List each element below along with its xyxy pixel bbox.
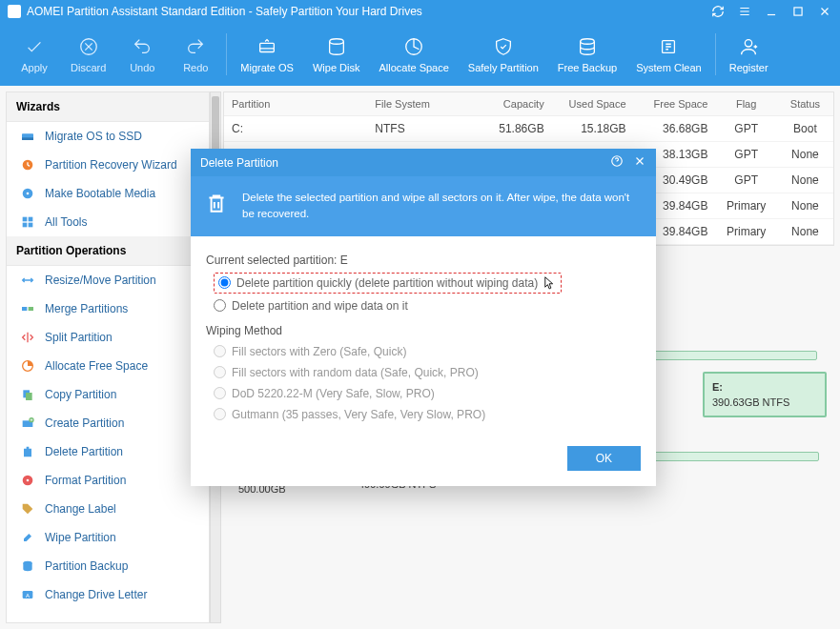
- sidebar-item-delete[interactable]: Delete Partition: [7, 437, 209, 466]
- sidebar-item-allocate[interactable]: Allocate Free Space: [7, 352, 209, 380]
- delete-partition-dialog: Delete Partition Delete the selected par…: [191, 149, 656, 486]
- sidebar-item-label[interactable]: Change Label: [7, 495, 209, 523]
- sidebar-item-format[interactable]: Format Partition: [7, 466, 209, 495]
- backup-icon: [20, 558, 35, 574]
- sidebar-item-merge[interactable]: Merge Partitions: [7, 294, 209, 323]
- ok-button[interactable]: OK: [567, 446, 641, 471]
- svg-rect-13: [23, 217, 28, 222]
- redo-button[interactable]: Redo: [169, 30, 222, 79]
- scrollbar-thumb[interactable]: [212, 96, 219, 153]
- radio-wipe-gutmann: [214, 408, 226, 420]
- dialog-banner-text: Delete the selected partition and wipe a…: [242, 190, 643, 223]
- table-row[interactable]: C:NTFS51.86GB15.18GB36.68GBGPTBoot: [224, 116, 833, 142]
- ops-header: Partition Operations: [7, 236, 209, 266]
- svg-rect-15: [23, 223, 28, 228]
- safely-partition-button[interactable]: Safely Partition: [459, 30, 548, 79]
- svg-rect-18: [29, 307, 33, 311]
- allocate-icon: [20, 358, 35, 374]
- format-icon: [20, 473, 35, 488]
- partition-e-box[interactable]: E: 390.63GB NTFS: [703, 372, 827, 417]
- minimize-icon[interactable]: [764, 4, 779, 19]
- radio-delete-quick-label: Delete partition quickly (delete partiti…: [236, 276, 538, 290]
- sidebar-item-migrate-ssd[interactable]: Migrate OS to SSD: [7, 122, 209, 151]
- svg-rect-16: [29, 223, 33, 228]
- wiping-method-header: Wiping Method: [206, 324, 641, 337]
- col-status[interactable]: Status: [777, 92, 833, 116]
- sidebar-item-driveletter[interactable]: AChange Drive Letter: [7, 580, 209, 609]
- sidebar-item-alltools[interactable]: All Tools: [7, 208, 209, 236]
- sidebar-item-backup[interactable]: Partition Backup: [7, 552, 209, 580]
- maximize-icon[interactable]: [790, 4, 806, 19]
- discard-button[interactable]: Discard: [61, 30, 115, 79]
- app-icon: [8, 5, 21, 18]
- radio-wipe-gutmann-label: Gutmann (35 passes, Very Safe, Very Slow…: [232, 408, 485, 421]
- radio-delete-wipe[interactable]: [214, 299, 226, 312]
- sidebar-item-recovery[interactable]: Partition Recovery Wizard: [7, 151, 209, 179]
- radio-delete-wipe-label: Delete partition and wipe data on it: [232, 299, 408, 313]
- split-icon: [20, 330, 35, 345]
- sidebar-item-split[interactable]: Split Partition: [7, 323, 209, 352]
- dialog-title: Delete Partition: [200, 156, 610, 170]
- col-fs[interactable]: File System: [367, 92, 469, 116]
- resize-icon: [20, 273, 35, 288]
- merge-icon: [20, 301, 35, 316]
- svg-point-12: [27, 193, 30, 195]
- refresh-icon[interactable]: [710, 4, 726, 19]
- migrate-os-button[interactable]: Migrate OS: [231, 30, 303, 79]
- wizards-header: Wizards: [7, 92, 209, 122]
- allocate-space-button[interactable]: Allocate Space: [369, 30, 458, 79]
- radio-wipe-random: [214, 366, 226, 378]
- toolbar: Apply Discard Undo Redo Migrate OS Wipe …: [0, 23, 840, 86]
- wipe-disk-button[interactable]: Wipe Disk: [303, 30, 370, 79]
- svg-rect-9: [22, 137, 33, 140]
- delete-icon: [20, 444, 35, 459]
- svg-point-3: [329, 39, 343, 45]
- radio-delete-quick[interactable]: [218, 276, 231, 289]
- label-icon: [20, 501, 35, 517]
- svg-point-25: [27, 479, 30, 482]
- sidebar-item-wipe[interactable]: Wipe Partition: [7, 523, 209, 552]
- free-backup-button[interactable]: Free Backup: [548, 30, 626, 79]
- sidebar-item-copy[interactable]: Copy Partition: [7, 380, 209, 409]
- titlebar: AOMEI Partition Assistant Standard Editi…: [0, 0, 840, 23]
- dialog-banner: Delete the selected partition and wipe a…: [191, 176, 656, 236]
- partition-e-fs: 390.63GB NTFS: [712, 396, 817, 408]
- svg-rect-21: [26, 393, 32, 400]
- sidebar-item-resize[interactable]: Resize/Move Partition: [7, 266, 209, 294]
- radio-wipe-dod: [214, 387, 226, 399]
- svg-rect-17: [22, 307, 27, 311]
- dialog-titlebar[interactable]: Delete Partition: [191, 149, 656, 176]
- svg-point-5: [581, 39, 595, 45]
- register-button[interactable]: Register: [720, 30, 778, 79]
- sidebar-item-create[interactable]: Create Partition: [7, 409, 209, 437]
- apply-button[interactable]: Apply: [8, 30, 61, 79]
- partition-e-label: E:: [712, 381, 817, 393]
- system-clean-button[interactable]: System Clean: [626, 30, 710, 79]
- col-free[interactable]: Free Space: [634, 92, 716, 116]
- bootable-icon: [20, 186, 35, 201]
- sidebar-item-bootable[interactable]: Make Bootable Media: [7, 179, 209, 208]
- undo-button[interactable]: Undo: [115, 30, 169, 79]
- svg-point-7: [746, 40, 752, 47]
- dialog-help-icon[interactable]: [610, 154, 624, 171]
- col-capacity[interactable]: Capacity: [470, 92, 552, 116]
- radio-wipe-zero: [214, 345, 226, 357]
- svg-rect-2: [260, 43, 275, 51]
- window-title: AOMEI Partition Assistant Standard Editi…: [27, 5, 710, 18]
- radio-wipe-zero-label: Fill sectors with Zero (Safe, Quick): [232, 345, 406, 358]
- letter-icon: A: [20, 587, 35, 602]
- col-partition[interactable]: Partition: [224, 92, 367, 116]
- menu-icon[interactable]: [737, 4, 752, 19]
- close-icon[interactable]: [817, 4, 832, 19]
- create-icon: [20, 416, 35, 431]
- quick-delete-option-highlight: Delete partition quickly (delete partiti…: [214, 273, 562, 294]
- col-flag[interactable]: Flag: [715, 92, 776, 116]
- svg-text:A: A: [26, 593, 30, 599]
- col-used[interactable]: Used Space: [552, 92, 634, 116]
- dialog-close-icon[interactable]: [633, 154, 646, 171]
- svg-rect-0: [794, 8, 802, 15]
- recovery-icon: [20, 157, 35, 172]
- radio-wipe-random-label: Fill sectors with random data (Safe, Qui…: [232, 366, 479, 379]
- current-partition-label: Current selected partition: E: [206, 254, 641, 267]
- svg-rect-14: [29, 217, 33, 222]
